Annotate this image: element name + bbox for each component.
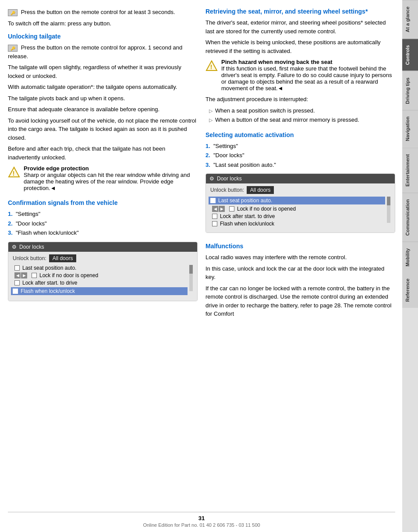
sidebar-tab-controls[interactable]: Controls	[402, 39, 418, 71]
left-door-locks-rows: Last seat position auto. ◀ ▶	[13, 265, 188, 296]
sidebar-tab-driving-tips[interactable]: Driving tips	[402, 71, 418, 110]
right-checkbox-1	[229, 206, 234, 211]
left-row-3: Flash when lock/unlock	[13, 287, 188, 295]
right-door-locks-widget: ⚙ Door locks Unlock button: All doors	[205, 173, 395, 233]
alarm-text: To switch off the alarm: press any butto…	[8, 19, 198, 28]
left-scroll-thumb	[189, 265, 193, 274]
selecting-step-1: 1. "Settings"	[205, 142, 395, 151]
right-row-0: Last seat position auto.	[210, 197, 385, 204]
bullet-arrow-1: ▷	[209, 116, 213, 124]
tailgate-para1: The tailgate will open slightly, regardl…	[8, 63, 198, 80]
right-scroll-bar	[387, 197, 390, 223]
door-locks-icon-right: ⚙	[209, 176, 214, 182]
edge-protection-text: Provide edge protection Sharp or angular…	[24, 165, 198, 191]
edge-protection-warning: ! Provide edge protection Sharp or angul…	[8, 165, 198, 191]
unlocking-tailgate-section: Unlocking tailgate 🔑 Press the button on…	[8, 33, 198, 195]
right-row-3: Flash when lock/unlock	[210, 221, 385, 227]
pinch-hazard-warning: ! Pinch hazard when moving back the seat…	[205, 59, 395, 92]
sidebar: At a glance Controls Driving tips Naviga…	[402, 0, 418, 532]
svg-text:!: !	[13, 170, 15, 177]
right-nav-next: ▶	[219, 206, 225, 212]
tailgate-para4: Ensure that adequate clearance is availa…	[8, 105, 198, 114]
right-nav-arrows: ◀ ▶	[212, 206, 225, 212]
right-door-locks-rows-scroll: Last seat position auto. ◀ ▶	[210, 197, 390, 228]
footer-text: Online Edition for Part no. 01 40 2 606 …	[8, 522, 395, 528]
selecting-automatic-heading: Selecting automatic activation	[205, 131, 395, 138]
selecting-steps-list: 1. "Settings" 2. "Door locks" 3. "Last s…	[205, 142, 395, 169]
left-checkbox-2	[14, 280, 20, 285]
press-text: 🔑 Press the button on the remote control…	[8, 43, 198, 60]
tailgate-para3: The tailgate pivots back and up when it …	[8, 94, 198, 103]
sidebar-tab-entertainment[interactable]: Entertainment	[402, 148, 418, 193]
left-checkbox-row-1: ◀ ▶ Lock if no door is opened	[13, 272, 188, 278]
right-checkbox-3	[212, 221, 217, 226]
right-checkbox-row-3: Flash when lock/unlock	[210, 221, 385, 227]
malfunctions-para1: Local radio waves may interfere with the…	[205, 253, 395, 262]
right-door-locks-rows: Last seat position auto. ◀ ▶	[210, 197, 385, 228]
left-door-locks-body: Unlock button: All doors Last seat p	[8, 252, 197, 301]
confirmation-steps-list: 1. "Settings" 2. "Door locks" 3. "Flash …	[8, 210, 198, 237]
left-checkbox-row-0: Last seat position auto.	[13, 265, 188, 271]
tailgate-para2: With automatic tailgate operation*: the …	[8, 83, 198, 92]
confirmation-signals-heading: Confirmation signals from the vehicle	[8, 199, 198, 206]
left-door-locks-header: ⚙ Door locks	[8, 242, 197, 252]
pinch-hazard-warning-icon: !	[205, 60, 218, 72]
door-locks-icon-left: ⚙	[12, 244, 17, 250]
selecting-step-3: 3. "Last seat position auto."	[205, 161, 395, 169]
right-unlock-row: Unlock button: All doors	[210, 186, 390, 194]
right-door-locks-body: Unlock button: All doors Last seat p	[206, 183, 395, 233]
retrieving-section: Retrieving the seat, mirror, and steerin…	[205, 8, 395, 127]
retrieving-para1: The driver's seat, exterior mirror, and …	[205, 18, 395, 35]
right-row-1: ◀ ▶ Lock if no door is opened	[210, 206, 385, 212]
intro-para: 🔑 Press the button on the remote control…	[8, 8, 198, 17]
unlocking-tailgate-heading: Unlocking tailgate	[8, 33, 198, 40]
interrupted-text: The adjustment procedure is interrupted:	[205, 95, 395, 104]
right-checkbox-row-2: Lock after start. to drive	[210, 213, 385, 219]
left-nav-next: ▶	[21, 272, 27, 278]
left-nav-arrows: ◀ ▶	[14, 272, 27, 278]
malfunctions-para2: In this case, unlock and lock the car at…	[205, 264, 395, 282]
right-nav-prev: ◀	[212, 206, 218, 212]
page-number: 31	[198, 515, 205, 521]
page-footer: 31 Online Edition for Part no. 01 40 2 6…	[8, 507, 395, 528]
malfunctions-para3: If the car can no longer be locked with …	[205, 284, 395, 318]
bullet-arrow-0: ▷	[209, 107, 213, 115]
sidebar-tab-mobility[interactable]: Mobility	[402, 242, 418, 273]
left-checkbox-1	[32, 273, 37, 278]
right-checkbox-2	[212, 214, 217, 219]
right-checkbox-row-0: Last seat position auto.	[209, 197, 385, 204]
left-scroll-bar	[189, 265, 193, 291]
svg-text:!: !	[210, 63, 213, 70]
right-column: Retrieving the seat, mirror, and steerin…	[205, 8, 395, 507]
left-checkbox-row-2: Lock after start. to drive	[13, 280, 188, 286]
sidebar-tab-at-a-glance[interactable]: At a glance	[402, 0, 418, 39]
selecting-automatic-section: Selecting automatic activation 1. "Setti…	[205, 131, 395, 238]
sidebar-tab-navigation[interactable]: Navigation	[402, 110, 418, 147]
confirmation-step-2: 2. "Door locks"	[8, 219, 198, 228]
malfunctions-section: Malfunctions Local radio waves may inter…	[205, 243, 395, 321]
left-door-locks-rows-scroll: Last seat position auto. ◀ ▶	[13, 265, 193, 296]
selecting-step-2: 2. "Door locks"	[205, 151, 395, 160]
right-row-2: Lock after start. to drive	[210, 213, 385, 219]
right-scroll-thumb	[387, 197, 390, 205]
confirmation-step-3: 3. "Flash when lock/unlock"	[8, 229, 198, 237]
left-row-2: Lock after start. to drive	[13, 280, 188, 286]
sidebar-tab-reference[interactable]: Reference	[402, 272, 418, 308]
right-checkbox-0	[210, 198, 216, 203]
left-nav-prev: ◀	[14, 272, 21, 278]
warning-triangle-icon: !	[8, 166, 20, 178]
malfunctions-heading: Malfunctions	[205, 243, 395, 250]
left-unlock-row: Unlock button: All doors	[13, 254, 193, 262]
bullet-0: ▷ When a seat position switch is pressed…	[209, 106, 395, 115]
sidebar-tab-communication[interactable]: Communication	[402, 193, 418, 242]
tailgate-para5: To avoid locking yourself out of the veh…	[8, 116, 198, 142]
left-checkbox-3	[13, 289, 18, 294]
left-column: 🔑 Press the button on the remote control…	[8, 8, 198, 507]
left-checkbox-0	[14, 265, 20, 271]
confirmation-signals-section: Confirmation signals from the vehicle 1.…	[8, 199, 198, 306]
left-row-0: Last seat position auto.	[13, 265, 188, 271]
retrieving-heading: Retrieving the seat, mirror, and steerin…	[205, 8, 395, 15]
interruption-bullets: ▷ When a seat position switch is pressed…	[209, 106, 395, 124]
right-checkbox-row-1: ◀ ▶ Lock if no door is opened	[210, 206, 385, 212]
retrieving-para2: When the vehicle is being unlocked, thes…	[205, 38, 395, 55]
